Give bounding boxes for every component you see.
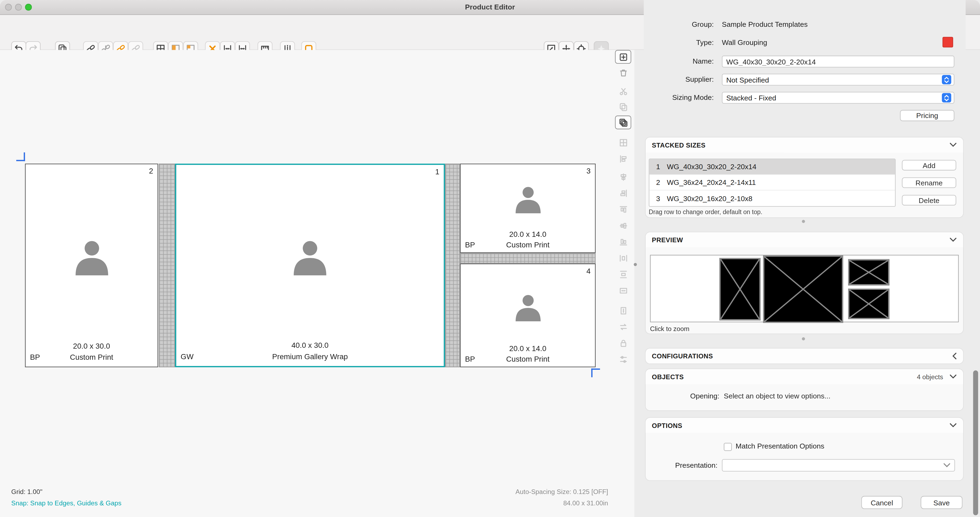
presentation-label: Presentation: (652, 461, 718, 469)
drag-row-hint: Drag row to change order, default on top… (649, 209, 762, 216)
row-number: 2 (649, 179, 667, 186)
rename-size-button[interactable]: Rename (902, 177, 956, 188)
name-input[interactable] (722, 56, 954, 67)
align-top-button[interactable] (615, 203, 631, 216)
frame-3[interactable]: 3 20.0 x 14.0 Custom Print BP (460, 164, 596, 253)
chevron-left-icon (952, 352, 957, 360)
type-value: Wall Grouping (722, 39, 767, 46)
stacked-size-row[interactable]: 1 WG_40x30_30x20_2-20x14 (649, 159, 895, 175)
stacked-sizes-title: STACKED SIZES (652, 141, 706, 149)
stacked-sizes-header[interactable]: STACKED SIZES (646, 138, 963, 152)
frame-product-label: Custom Print (461, 240, 595, 249)
layout-grid-icon (618, 138, 628, 147)
sliders-icon (618, 354, 628, 364)
lock-icon (618, 338, 628, 347)
type-label: Type: (651, 39, 714, 46)
properties-panel: Group: Sample Product Templates Type: Wa… (644, 0, 966, 517)
cut-object-button[interactable] (615, 84, 631, 98)
options-section: OPTIONS Match Presentation Options Prese… (646, 418, 963, 481)
options-header[interactable]: OPTIONS (646, 418, 963, 433)
panel-splitter-handle[interactable] (634, 263, 637, 266)
stacked-size-row[interactable]: 2 WG_36x24_20x24_2-14x11 (649, 175, 895, 190)
sizing-mode-select[interactable]: Stacked - Fixed (722, 92, 954, 104)
copy-icon (618, 102, 628, 111)
supplier-select[interactable]: Not Specified (722, 74, 954, 86)
frame-size-label: 20.0 x 14.0 (461, 344, 595, 353)
spacing-gap-vertical[interactable] (159, 164, 175, 367)
lock-object-button[interactable] (615, 336, 631, 350)
delete-object-button[interactable] (615, 65, 631, 79)
frame-1-selected[interactable]: 1 40.0 x 30.0 Premium Gallery Wrap GW (175, 164, 445, 367)
objects-title: OBJECTS (652, 373, 684, 381)
align-center-button[interactable] (615, 170, 631, 184)
swap-icon (618, 322, 628, 331)
add-size-button[interactable]: Add (902, 160, 956, 171)
swap-objects-button[interactable] (615, 320, 631, 333)
pricing-button[interactable]: Pricing (900, 110, 955, 121)
align-middle-icon (618, 221, 628, 230)
align-middle-button[interactable] (615, 219, 631, 233)
configurations-title: CONFIGURATIONS (652, 352, 713, 360)
match-presentation-checkbox[interactable] (724, 443, 732, 451)
layout-grid-button[interactable] (615, 136, 631, 149)
group-value: Sample Product Templates (722, 21, 808, 28)
align-center-icon (618, 172, 628, 182)
chevron-down-icon (950, 143, 957, 147)
frame-number: 3 (586, 167, 590, 175)
frame-size-label: 20.0 x 14.0 (461, 230, 595, 238)
frame-code-label: BP (30, 353, 40, 362)
person-placeholder-icon (72, 241, 111, 278)
frame-size-label: 40.0 x 30.0 (177, 341, 444, 350)
match-height-button[interactable] (615, 303, 631, 317)
snap-status[interactable]: Snap: Snap to Edges, Guides & Gaps (11, 499, 122, 507)
preview-section: PREVIEW Click to zoom (646, 232, 963, 333)
stepper-icon (942, 75, 951, 84)
click-to-zoom-caption[interactable]: Click to zoom (650, 325, 689, 332)
configurations-header[interactable]: CONFIGURATIONS (646, 349, 963, 363)
distribute-horizontal-button[interactable] (615, 251, 631, 265)
preview-title: PREVIEW (652, 236, 683, 244)
row-name: WG_40x30_30x20_2-20x14 (667, 163, 756, 171)
copy-object-button[interactable] (615, 100, 631, 114)
auto-spacing-status: Auto-Spacing Size: 0.125 [OFF] (515, 488, 608, 495)
align-bottom-button[interactable] (615, 235, 631, 249)
type-color-swatch[interactable] (943, 37, 953, 48)
duplicate-stack-button[interactable] (615, 116, 631, 129)
stacked-size-row[interactable]: 3 WG_30x20_16x20_2-10x8 (649, 190, 895, 206)
align-right-button[interactable] (615, 186, 631, 200)
spacing-gap-vertical[interactable] (445, 164, 460, 367)
save-button[interactable]: Save (921, 496, 963, 509)
distribute-vertical-button[interactable] (615, 267, 631, 281)
objects-section: OBJECTS 4 objects Opening: Select an obj… (646, 369, 963, 410)
sizing-mode-label: Sizing Mode: (651, 94, 714, 101)
chevron-down-icon (950, 374, 957, 379)
preview-image[interactable] (650, 255, 959, 322)
object-settings-button[interactable] (615, 352, 631, 366)
spacing-gap-horizontal[interactable] (460, 253, 596, 263)
delete-size-button[interactable]: Delete (902, 195, 956, 205)
align-left-icon (618, 154, 628, 163)
match-width-button[interactable] (615, 284, 631, 298)
layout-dimensions: 84.00 x 31.00in (563, 499, 608, 507)
objects-header[interactable]: OBJECTS 4 objects (646, 369, 963, 384)
align-left-button[interactable] (615, 152, 631, 166)
frame-number: 2 (149, 167, 153, 175)
panel-scrollbar[interactable] (973, 370, 978, 515)
stack-copy-icon (618, 118, 628, 127)
objects-count: 4 objects (917, 373, 943, 381)
cancel-button[interactable]: Cancel (861, 496, 902, 509)
preview-frame-thumbnail (848, 289, 889, 319)
frame-2[interactable]: 2 20.0 x 30.0 Custom Print BP (25, 164, 158, 367)
frame-code-label: GW (181, 352, 194, 361)
sizing-mode-value: Stacked - Fixed (726, 94, 942, 101)
opening-label: Opening: (652, 392, 719, 400)
configurations-section: CONFIGURATIONS (646, 349, 963, 363)
frame-code-label: BP (465, 240, 475, 249)
frame-product-label: Custom Print (26, 353, 158, 362)
add-object-button[interactable] (615, 50, 631, 64)
frame-4[interactable]: 4 20.0 x 14.0 Custom Print BP (460, 264, 596, 367)
trash-icon (618, 68, 628, 77)
preview-header[interactable]: PREVIEW (646, 232, 963, 247)
person-placeholder-icon (513, 187, 543, 216)
presentation-select[interactable] (722, 459, 955, 471)
